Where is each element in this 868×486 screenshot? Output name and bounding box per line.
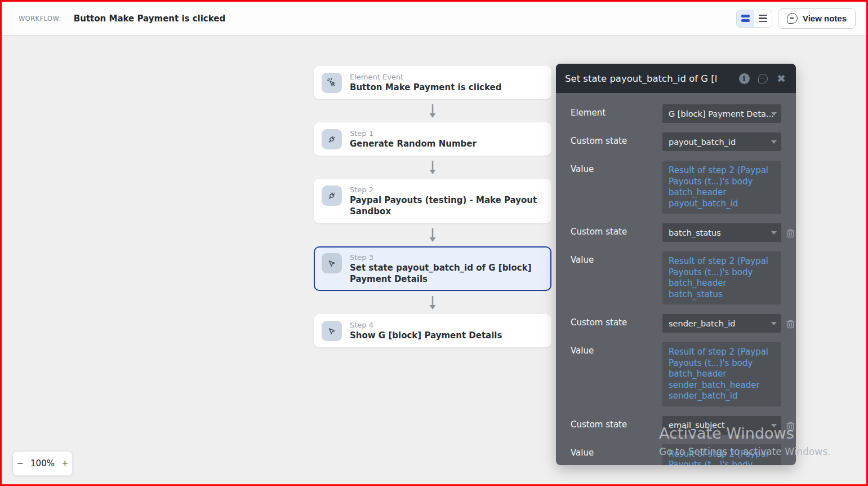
custom-state-dropdown[interactable]: sender_batch_id [662,314,781,333]
comment-icon[interactable] [757,73,768,84]
field-label: Element [571,104,662,123]
step-card-1[interactable]: Step 1 Generate Random Number [314,122,551,156]
step-card-2[interactable]: Step 2 Paypal Payouts (testing) - Make P… [314,179,551,223]
field-label: Value [571,251,662,304]
zoom-control: − 100% + [12,451,73,476]
custom-state-dropdown[interactable]: batch_status [662,223,781,242]
step-label: Step 3 [350,253,542,262]
view-mode-toggle [736,10,772,28]
field-label: Value [571,342,662,407]
field-row-custom-state: Custom state email_subject [571,416,781,435]
field-row-custom-state: Custom state batch_status [571,223,781,242]
zoom-in-button[interactable]: + [62,458,68,469]
field-row-custom-state: Custom state payout_batch_id [571,132,781,151]
cursor-icon [322,253,342,273]
card-view-button[interactable] [737,10,754,27]
zoom-level: 100% [30,458,55,469]
trash-icon[interactable] [786,228,795,240]
topbar: WORKFLOW: Button Make Payment is clicked… [2,2,866,36]
close-icon[interactable]: ✖ [776,73,787,84]
zoom-out-button[interactable]: − [17,458,24,469]
panel-header: Set state payout_batch_id of G [l i ✖ [556,64,796,93]
value-expression[interactable]: Result of step 2 (Paypal Payouts (t...)'… [662,444,781,466]
topbar-actions: View notes [736,8,856,29]
field-label: Custom state [571,314,662,333]
trash-icon[interactable] [786,421,795,433]
plug-icon [322,129,342,149]
chevron-down-icon [771,231,777,235]
chevron-down-icon [771,424,777,427]
element-dropdown[interactable]: G [block] Payment Deta... [662,104,781,123]
chevron-down-icon [771,322,777,325]
field-label: Value [571,161,662,214]
flow-arrow [314,156,551,179]
list-view-icon [759,15,767,23]
step-card-element-event[interactable]: Element Event Button Make Payment is cli… [314,66,551,99]
field-row-value: Value Result of step 2 (Paypal Payouts (… [571,161,781,214]
field-row-value: Value Result of step 2 (Paypal Payouts (… [571,251,781,304]
flow-arrow [314,99,551,122]
chevron-down-icon [771,140,777,144]
flow-arrow [314,291,551,314]
flow-arrow [314,223,551,246]
trash-icon[interactable] [786,319,795,331]
step-title: Generate Random Number [350,138,477,149]
field-row-value: Value Result of step 2 (Paypal Payouts (… [571,342,781,407]
panel-body: Element G [block] Payment Deta... Custom… [556,93,796,465]
workflow-label: WORKFLOW: [19,15,61,23]
step-card-3-selected[interactable]: Step 3 Set state payout_batch_id of G [b… [314,246,551,291]
step-card-4[interactable]: Step 4 Show G [block] Payment Details [314,314,551,347]
panel-title: Set state payout_batch_id of G [l [565,73,733,84]
view-notes-label: View notes [803,14,847,23]
value-expression[interactable]: Result of step 2 (Paypal Payouts (t...)'… [662,251,781,304]
custom-state-dropdown[interactable]: email_subject [662,416,781,435]
field-label: Custom state [571,223,662,242]
field-label: Value [571,444,662,466]
info-icon[interactable]: i [738,73,750,84]
field-row-custom-state: Custom state sender_batch_id [571,314,781,333]
cursor-icon [322,321,342,341]
step-label: Step 1 [350,129,477,138]
step-title: Paypal Payouts (testing) - Make Payout S… [350,195,542,217]
field-label: Custom state [571,416,662,435]
field-label: Custom state [571,132,662,151]
chevron-down-icon [771,112,777,116]
field-row-value: Value Result of step 2 (Paypal Payouts (… [571,444,781,466]
workflow-steps-column: Element Event Button Make Payment is cli… [314,66,551,347]
cursor-click-icon [322,73,342,93]
plug-icon [322,185,342,206]
step-label: Step 4 [350,320,502,330]
view-notes-button[interactable]: View notes [778,8,856,29]
workflow-title: Button Make Payment is clicked [74,14,225,24]
field-row-element: Element G [block] Payment Deta... [571,104,781,123]
workflow-editor-screen: WORKFLOW: Button Make Payment is clicked… [0,0,868,486]
action-property-panel: Set state payout_batch_id of G [l i ✖ El… [556,64,796,465]
step-title: Button Make Payment is clicked [350,82,501,93]
card-view-icon [741,15,750,22]
value-expression[interactable]: Result of step 2 (Paypal Payouts (t...)'… [662,161,781,214]
step-title: Show G [block] Payment Details [350,330,502,341]
value-expression[interactable]: Result of step 2 (Paypal Payouts (t...)'… [662,342,781,407]
custom-state-dropdown[interactable]: payout_batch_id [662,132,781,151]
notes-bubble-icon [787,13,798,24]
step-label: Step 2 [350,185,542,195]
list-view-button[interactable] [754,10,772,27]
step-title: Set state payout_batch_id of G [block] P… [350,262,542,285]
step-label: Element Event [350,72,501,82]
